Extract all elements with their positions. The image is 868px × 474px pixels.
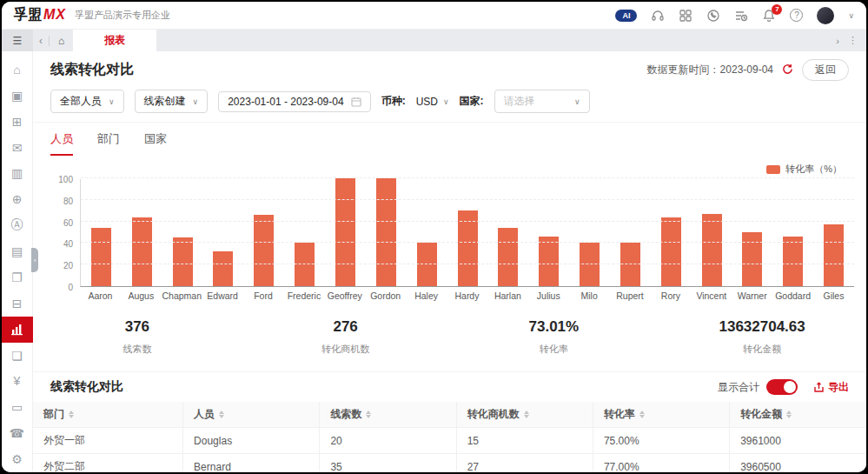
sidebar-item-notebook-icon[interactable]: ❏: [2, 343, 33, 369]
y-tick-label: 60: [63, 217, 73, 227]
task-list-icon[interactable]: [734, 9, 748, 23]
nav-back-icon[interactable]: ‹: [33, 35, 49, 47]
bar-warner[interactable]: [742, 232, 762, 286]
bar-gordon[interactable]: [376, 178, 396, 286]
x-tick-label: Giles: [813, 290, 854, 301]
show-total-toggle[interactable]: [766, 379, 798, 395]
column-header[interactable]: 转化金额: [730, 402, 866, 428]
stat-label: 转化率: [450, 343, 659, 356]
refresh-icon[interactable]: [782, 63, 793, 78]
currency-select[interactable]: USD ∨: [416, 96, 449, 108]
sidebar-item-reports-icon[interactable]: [2, 317, 33, 343]
x-tick-label: Chapman: [162, 290, 202, 301]
view-tab[interactable]: 人员: [50, 131, 73, 156]
page-title: 线索转化对比: [50, 61, 134, 79]
bell-icon[interactable]: 7: [762, 9, 776, 23]
sidebar-item-mail-icon[interactable]: ✉: [2, 135, 33, 161]
column-header[interactable]: 人员: [183, 402, 320, 428]
column-header[interactable]: 线索数: [320, 402, 456, 428]
sidebar-item-clipboard-icon[interactable]: ▤: [2, 238, 33, 264]
conversion-table: 部门人员线索数转化商机数转化率转化金额 外贸一部Douglas201575.00…: [33, 402, 866, 472]
date-range-input[interactable]: 2023-01-01 - 2023-09-04: [218, 91, 370, 112]
table-cell: 35: [320, 454, 456, 473]
column-header[interactable]: 部门: [33, 402, 183, 428]
table-cell: 3960500: [730, 454, 866, 473]
sidebar-toggle-button[interactable]: ☰: [2, 30, 33, 51]
sidebar-item-truck-icon[interactable]: ⊟: [2, 290, 33, 317]
sidebar-item-monitor-icon[interactable]: ▭: [2, 394, 33, 420]
app-logo: 孚盟 MX: [14, 6, 66, 24]
bar-rory[interactable]: [661, 217, 681, 286]
stat-转化金额: 13632704.63转化金额: [658, 318, 866, 356]
sidebar-collapse-handle[interactable]: ›: [31, 248, 38, 272]
headset-icon[interactable]: [651, 9, 665, 23]
legend-swatch: [766, 165, 780, 174]
bar-julius[interactable]: [539, 237, 559, 286]
x-tick-label: Geoffrey: [324, 290, 365, 301]
sidebar-item-whatsapp-icon[interactable]: ☎: [2, 420, 33, 446]
bar-edward[interactable]: [213, 251, 233, 286]
sort-icon[interactable]: [639, 411, 645, 418]
help-icon[interactable]: ?: [790, 9, 803, 22]
bar-goddard[interactable]: [783, 237, 803, 286]
view-tab[interactable]: 国家: [144, 131, 167, 156]
nav-forward-icon[interactable]: ›: [836, 36, 839, 46]
update-time-value: 2023-09-04: [720, 63, 773, 76]
apps-grid-icon[interactable]: [679, 9, 692, 23]
chart-plot-area: [80, 179, 854, 287]
sidebar-item-money-icon[interactable]: ¥: [2, 369, 33, 395]
y-tick-label: 80: [63, 196, 73, 205]
table-cell: 20: [320, 428, 456, 454]
sort-icon[interactable]: [366, 411, 371, 418]
bar-aaron[interactable]: [91, 228, 111, 286]
sort-icon[interactable]: [786, 411, 792, 418]
bar-augus[interactable]: [132, 217, 152, 286]
bar-ford[interactable]: [254, 215, 274, 286]
table-row[interactable]: 外贸一部Douglas201575.00%3961000: [33, 428, 866, 454]
lead-type-filter-select[interactable]: 线索创建 ∨: [135, 90, 209, 113]
update-time-label: 数据更新时间：: [647, 63, 720, 76]
person-filter-select[interactable]: 全部人员 ∨: [50, 90, 124, 113]
notification-badge: 7: [772, 4, 782, 15]
sort-icon[interactable]: [219, 411, 224, 418]
bar-hardy[interactable]: [458, 210, 478, 286]
view-tab[interactable]: 部门: [97, 131, 120, 156]
gridline: [81, 221, 854, 222]
bar-geoffrey[interactable]: [335, 178, 355, 286]
country-select[interactable]: 请选择 ∨: [494, 90, 590, 113]
home-tab-icon[interactable]: ⌂: [50, 35, 73, 47]
sidebar-item-org-structure-icon[interactable]: ⊞: [2, 109, 33, 135]
bar-milo[interactable]: [580, 243, 600, 286]
sort-icon[interactable]: [69, 411, 74, 418]
column-header[interactable]: 转化商机数: [456, 402, 593, 428]
bar-harlan[interactable]: [498, 228, 518, 286]
user-avatar[interactable]: [817, 7, 834, 24]
gridline: [81, 242, 854, 243]
sidebar-item-home-icon[interactable]: ⌂: [2, 57, 33, 83]
back-button[interactable]: 返回: [802, 59, 849, 81]
ai-assistant-badge[interactable]: AI: [615, 10, 637, 22]
sort-icon[interactable]: [524, 411, 529, 418]
sidebar-item-compass-icon[interactable]: ⊕: [2, 186, 33, 212]
whatsapp-icon[interactable]: [706, 9, 720, 23]
chart-y-axis: 020406080100: [50, 179, 80, 287]
sidebar-item-bag-icon[interactable]: ▥: [2, 161, 33, 187]
sidebar-item-gear-icon[interactable]: ⚙: [2, 446, 33, 472]
stat-线索数: 376线索数: [33, 318, 242, 356]
tab-reports[interactable]: 报表: [73, 30, 156, 51]
sidebar-item-circle-a-icon[interactable]: Ⓐ: [2, 212, 33, 238]
bar-haley[interactable]: [417, 243, 437, 286]
sidebar-item-document-box-icon[interactable]: ❐: [2, 264, 33, 290]
y-tick-label: 100: [58, 175, 73, 184]
user-menu-chevron-icon[interactable]: ∨: [848, 11, 854, 20]
export-button[interactable]: 导出: [813, 380, 849, 395]
tab-more-icon[interactable]: ⋮: [848, 35, 858, 46]
bar-chapman[interactable]: [173, 237, 193, 286]
table-row[interactable]: 外贸二部Bernard352777.00%3960500: [33, 454, 866, 473]
bar-rupert[interactable]: [620, 243, 640, 286]
column-header[interactable]: 转化率: [593, 402, 729, 428]
bar-giles[interactable]: [824, 224, 844, 286]
sidebar-item-contact-card-icon[interactable]: ▣: [2, 83, 33, 109]
bar-frederic[interactable]: [295, 243, 315, 286]
bar-vincent[interactable]: [702, 214, 722, 286]
